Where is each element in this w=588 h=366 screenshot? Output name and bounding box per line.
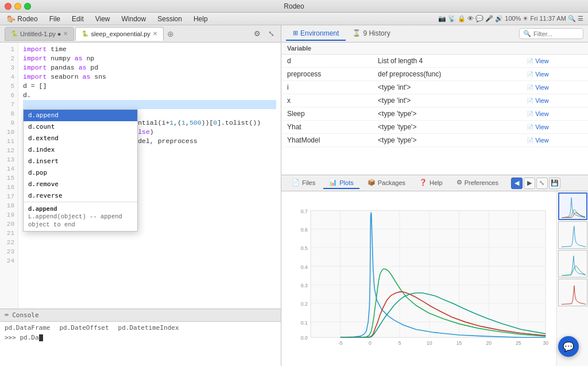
autocomplete-item[interactable]: d.pop bbox=[24, 167, 137, 179]
var-name: Yhat bbox=[281, 121, 372, 134]
right-panel: ⊞ Environment ⌛ 9 History 🔍 Variable bbox=[281, 25, 588, 366]
environment-icon: ⊞ bbox=[293, 29, 298, 37]
tab-preferences[interactable]: ⚙ Preferences bbox=[451, 177, 504, 189]
tab-plots-label: Plots bbox=[339, 179, 353, 186]
view-sleep-button[interactable]: 📄View bbox=[527, 110, 582, 117]
autocomplete-item[interactable]: d.extend bbox=[24, 133, 137, 144]
view-yhatmodel-button[interactable]: 📄View bbox=[527, 137, 582, 144]
svg-text:0.0: 0.0 bbox=[301, 335, 308, 341]
svg-text:0.6: 0.6 bbox=[301, 227, 308, 233]
thumbnail-3[interactable] bbox=[558, 250, 587, 278]
console-input-line[interactable]: >>> pd.Da bbox=[5, 334, 276, 341]
tab-help[interactable]: ❓ Help bbox=[413, 177, 448, 189]
console-content[interactable]: pd.DataFrame pd.DateOffset pd.DatetimeIn… bbox=[0, 322, 281, 344]
svg-text:25: 25 bbox=[516, 340, 521, 346]
history-icon: ⌛ bbox=[353, 29, 361, 37]
code-line: import numpy as np bbox=[23, 54, 276, 63]
view-i-button[interactable]: 📄View bbox=[527, 84, 582, 91]
svg-text:15: 15 bbox=[457, 340, 462, 346]
table-row: i <type 'int'> 📄View bbox=[281, 81, 588, 94]
tab-packages-label: Packages bbox=[378, 179, 405, 186]
thumbnail-2[interactable] bbox=[558, 221, 587, 249]
col-action bbox=[521, 43, 588, 55]
menu-rodeo[interactable]: 🐎 Rodeo bbox=[5, 14, 40, 24]
view-icon: 📄 bbox=[527, 84, 533, 91]
left-panel: 🐍 Untitled-1.py ● ✕ 🐍 sleep_exponential.… bbox=[0, 25, 281, 366]
autocomplete-item[interactable]: d.index bbox=[24, 144, 137, 156]
view-x-button[interactable]: 📄View bbox=[527, 97, 582, 104]
env-filter[interactable]: 🔍 bbox=[519, 28, 583, 39]
console-title: ⌨ Console bbox=[5, 311, 39, 319]
console-pane: ⌨ Console pd.DataFrame pd.DateOffset pd.… bbox=[0, 309, 281, 366]
view-yhat-button[interactable]: 📄View bbox=[527, 124, 582, 130]
code-editor[interactable]: 12345 678910 1112131415 1617181920 21222… bbox=[0, 43, 281, 309]
maximize-button[interactable] bbox=[24, 3, 31, 10]
save-plot-button[interactable]: 💾 bbox=[549, 178, 560, 189]
close-button[interactable] bbox=[5, 3, 11, 10]
autocomplete-item[interactable]: d.remove bbox=[24, 179, 137, 190]
prev-plot-button[interactable]: ◀ bbox=[511, 178, 523, 189]
python-icon: 🐍 bbox=[11, 30, 18, 37]
editor-settings: ⚙ ⤡ bbox=[252, 29, 276, 39]
var-name: Sleep bbox=[281, 107, 372, 121]
svg-text:20: 20 bbox=[486, 340, 492, 346]
autocomplete-list[interactable]: d.append d.count d.extend d.index d.inse… bbox=[24, 110, 137, 202]
autocomplete-item[interactable]: d.insert bbox=[24, 156, 137, 167]
app-body: 🐍 Untitled-1.py ● ✕ 🐍 sleep_exponential.… bbox=[0, 25, 588, 366]
tab-sleep-exponential[interactable]: 🐍 sleep_exponential.py ✕ bbox=[75, 27, 163, 41]
distribution-chart: 0.7 0.6 0.5 0.4 0.3 0.2 0.1 0.0 -5 0 5 bbox=[286, 196, 552, 361]
autocomplete-tooltip: d.append L.append(object) -- append obje… bbox=[24, 202, 137, 231]
code-line-highlighted bbox=[23, 100, 276, 109]
tab-environment[interactable]: ⊞ Environment bbox=[286, 27, 346, 41]
view-icon: 📄 bbox=[527, 137, 533, 144]
svg-rect-0 bbox=[311, 211, 546, 338]
add-tab-button[interactable]: ⊕ bbox=[167, 29, 174, 38]
plots-pane: 📄 Files 📊 Plots 📦 Packages ❓ Help bbox=[281, 175, 588, 366]
autocomplete-item[interactable]: d.reverse bbox=[24, 190, 137, 202]
tab-untitled[interactable]: 🐍 Untitled-1.py ● ✕ bbox=[5, 27, 74, 41]
svg-text:0.1: 0.1 bbox=[301, 320, 308, 326]
view-preprocess-button[interactable]: 📄View bbox=[527, 71, 582, 78]
autocomplete-item[interactable]: d.count bbox=[24, 121, 137, 133]
tab-packages[interactable]: 📦 Packages bbox=[362, 177, 411, 189]
tab-plots[interactable]: 📊 Plots bbox=[323, 177, 359, 189]
packages-icon: 📦 bbox=[368, 179, 376, 186]
chat-icon: 💬 bbox=[563, 341, 574, 352]
tab-sleep-close[interactable]: ✕ bbox=[153, 30, 157, 37]
table-row: x <type 'int'> 📄View bbox=[281, 94, 588, 107]
thumbnail-1[interactable] bbox=[558, 192, 587, 220]
var-name: preprocess bbox=[281, 68, 372, 81]
tab-environment-label: Environment bbox=[300, 29, 339, 37]
search-icon: 🔍 bbox=[523, 30, 531, 37]
expand-button[interactable]: ⤡ bbox=[266, 29, 276, 39]
next-plot-button[interactable]: ▶ bbox=[524, 178, 535, 189]
chat-button[interactable]: 💬 bbox=[558, 336, 579, 357]
tab-untitled-close[interactable]: ✕ bbox=[63, 30, 68, 37]
var-value: <type 'type'> bbox=[372, 107, 521, 121]
env-tab-bar: ⊞ Environment ⌛ 9 History 🔍 bbox=[281, 25, 588, 43]
tab-history[interactable]: ⌛ 9 History bbox=[346, 27, 397, 41]
code-line: d = [] bbox=[23, 82, 276, 91]
menu-window[interactable]: Window bbox=[119, 14, 149, 24]
plots-section: 📄 Files 📊 Plots 📦 Packages ❓ Help bbox=[281, 175, 588, 366]
menu-file[interactable]: File bbox=[47, 14, 63, 24]
minimize-button[interactable] bbox=[14, 3, 21, 10]
filter-input[interactable] bbox=[533, 30, 579, 37]
expand-plot-button[interactable]: ⤡ bbox=[536, 178, 548, 189]
menu-help[interactable]: Help bbox=[191, 14, 210, 24]
tab-files[interactable]: 📄 Files bbox=[286, 177, 321, 189]
var-value: def preprocess(func) bbox=[372, 68, 521, 81]
autocomplete-item[interactable]: d.append bbox=[24, 110, 137, 121]
view-d-button[interactable]: 📄View bbox=[527, 57, 582, 64]
menu-edit[interactable]: Edit bbox=[69, 14, 86, 24]
tab-files-label: Files bbox=[302, 179, 315, 186]
view-icon: 📄 bbox=[527, 111, 533, 117]
variable-table: Variable d List of length 4 📄View prepro… bbox=[281, 43, 588, 147]
menu-view[interactable]: View bbox=[93, 14, 113, 24]
plots-icon: 📊 bbox=[329, 179, 337, 186]
menu-session[interactable]: Session bbox=[155, 14, 184, 24]
settings-gear-button[interactable]: ⚙ bbox=[252, 29, 262, 39]
thumbnail-4[interactable] bbox=[558, 279, 587, 306]
files-icon: 📄 bbox=[292, 179, 300, 186]
plot-main: 0.7 0.6 0.5 0.4 0.3 0.2 0.1 0.0 -5 0 5 bbox=[281, 191, 556, 366]
